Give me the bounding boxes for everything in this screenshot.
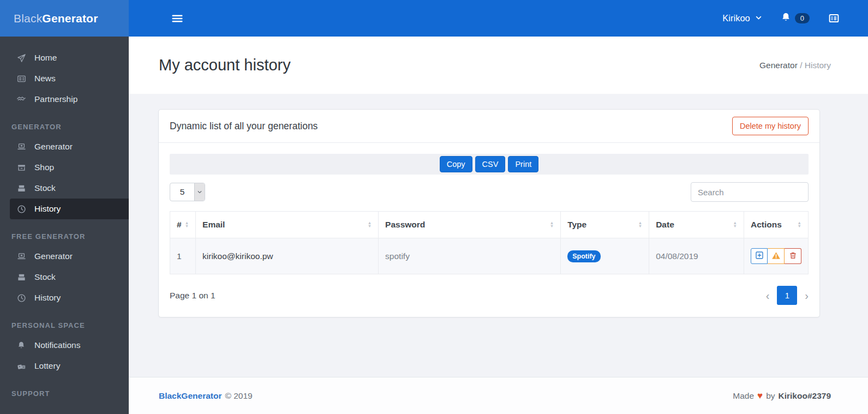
header-num[interactable]: # ▲▼: [170, 212, 196, 238]
brand-part2: Generator: [42, 12, 98, 25]
sidebar-item-lottery[interactable]: Lottery: [10, 356, 129, 376]
footer: BlackGenerator © 2019 Made ♥ by Kirikoo#…: [129, 377, 868, 414]
row-type: Spotify: [561, 238, 649, 274]
search-input[interactable]: [691, 182, 809, 202]
delete-history-button[interactable]: Delete my history: [732, 117, 809, 135]
footer-by: by: [766, 391, 775, 401]
row-date: 04/08/2019: [649, 238, 744, 274]
header-password[interactable]: Password ▲▼: [379, 212, 561, 238]
chevron-right-icon[interactable]: ›: [805, 290, 809, 301]
notifications-button[interactable]: 0: [781, 12, 810, 25]
sort-icon: ▲▼: [733, 221, 737, 228]
card-title: Dynamic list of all your generations: [170, 121, 318, 132]
sort-icon: ▲▼: [368, 221, 372, 228]
report-button[interactable]: [768, 248, 785, 264]
sidebar-item-generator[interactable]: Generator: [10, 136, 129, 157]
hamburger-icon[interactable]: [171, 13, 183, 25]
sidebar-item-notifications[interactable]: Notifications: [10, 335, 129, 356]
navbar-right: Kirikoo 0: [722, 12, 840, 25]
row-email: kirikoo@kirikoo.pw: [196, 238, 379, 274]
footer-author: Kirikoo#2379: [779, 391, 831, 401]
sidebar-item-label: Stock: [34, 272, 56, 282]
pagination: ‹ 1 ›: [766, 286, 809, 305]
sort-icon: ▲▼: [550, 221, 554, 228]
page-header: My account history Generator / History: [129, 37, 868, 94]
sidebar-item-history[interactable]: History: [10, 199, 129, 219]
add-button[interactable]: [751, 248, 768, 264]
user-menu[interactable]: Kirikoo: [722, 13, 762, 23]
sidebar-item-stock[interactable]: Stock: [10, 178, 129, 199]
shop-icon: [16, 163, 26, 172]
sidebar-item-label: Generator: [34, 251, 73, 261]
header-email[interactable]: Email ▲▼: [196, 212, 379, 238]
footer-right: Made ♥ by Kirikoo#2379: [733, 391, 831, 401]
heart-icon: ♥: [757, 391, 763, 401]
sidebar-item-shop[interactable]: Shop: [10, 157, 129, 178]
list-panel-icon[interactable]: [828, 13, 840, 24]
sidebar-section-personal-space: PERSONAL SPACE: [0, 308, 129, 335]
sidebar-item-partnership[interactable]: Partnership: [10, 89, 129, 110]
print-button[interactable]: Print: [508, 156, 538, 172]
sidebar-item-label: History: [34, 293, 61, 303]
sort-icon: ▲▼: [638, 221, 642, 228]
sort-icon: ▲▼: [185, 221, 189, 228]
history-table: # ▲▼ Email ▲▼ Password ▲▼: [170, 211, 809, 274]
sidebar-section-support: SUPPORT: [0, 376, 129, 403]
table-header-row: # ▲▼ Email ▲▼ Password ▲▼: [170, 212, 809, 238]
sidebar-item-label: News: [34, 74, 56, 83]
breadcrumb-parent[interactable]: Generator: [759, 61, 798, 70]
bell-icon: [16, 340, 26, 350]
row-password: spotify: [379, 238, 561, 274]
footer-made: Made: [733, 391, 754, 401]
sidebar-item-label: Shop: [34, 163, 54, 172]
header-date[interactable]: Date ▲▼: [649, 212, 744, 238]
laptop-icon: [16, 142, 26, 152]
sidebar-item-free-generator[interactable]: Generator: [10, 246, 129, 267]
sidebar-item-free-stock[interactable]: Stock: [10, 267, 129, 287]
sort-icon: ▲▼: [798, 221, 801, 228]
page-length-select[interactable]: 5: [170, 183, 205, 201]
trash-icon: [789, 251, 797, 261]
sidebar-section-free-generator: FREE GENERATOR: [0, 219, 129, 246]
handshake-icon: [16, 94, 26, 104]
breadcrumb-current: History: [805, 61, 831, 70]
content-area: Dynamic list of all your generations Del…: [129, 94, 868, 377]
footer-left: BlackGenerator © 2019: [159, 391, 253, 401]
app-window: BlackGenerator Home News Partnership: [0, 0, 868, 414]
main-column: Kirikoo 0 My account history: [129, 0, 868, 414]
table-controls: 5: [170, 182, 809, 202]
sidebar-item-news[interactable]: News: [10, 68, 129, 89]
dice-icon: [16, 361, 26, 371]
card-header: Dynamic list of all your generations Del…: [159, 110, 819, 143]
sidebar-item-label: Notifications: [34, 340, 80, 350]
chevron-left-icon[interactable]: ‹: [766, 290, 770, 301]
csv-button[interactable]: CSV: [475, 156, 506, 172]
sidebar-item-label: Stock: [34, 183, 56, 193]
copy-button[interactable]: Copy: [440, 156, 472, 172]
laptop-icon: [16, 251, 26, 261]
page-length-value: 5: [170, 183, 194, 201]
history-card: Dynamic list of all your generations Del…: [158, 109, 820, 317]
user-name: Kirikoo: [722, 13, 750, 23]
caret-down-icon: [194, 183, 205, 201]
header-actions[interactable]: Actions ▲▼: [744, 212, 809, 238]
sidebar-item-home[interactable]: Home: [10, 47, 129, 68]
sidebar-item-free-history[interactable]: History: [10, 287, 129, 308]
delete-row-button[interactable]: [785, 248, 801, 264]
footer-brand-link[interactable]: BlackGenerator: [159, 391, 222, 401]
newspaper-icon: [16, 74, 26, 83]
brand-logo[interactable]: BlackGenerator: [0, 0, 129, 37]
breadcrumb-separator: /: [800, 61, 802, 70]
notification-count-badge: 0: [795, 13, 810, 23]
header-type[interactable]: Type ▲▼: [561, 212, 649, 238]
sidebar-item-label: Generator: [34, 142, 73, 152]
footer-copyright: © 2019: [225, 391, 252, 401]
actions-button-group: [751, 248, 801, 264]
sidebar: BlackGenerator Home News Partnership: [0, 0, 129, 414]
plus-square-icon: [755, 251, 764, 261]
page-1-button[interactable]: 1: [777, 286, 797, 305]
boxes-icon: [16, 272, 26, 282]
row-num: 1: [170, 238, 196, 274]
sidebar-item-label: History: [34, 204, 61, 214]
pagination-info: Page 1 on 1: [170, 291, 215, 301]
